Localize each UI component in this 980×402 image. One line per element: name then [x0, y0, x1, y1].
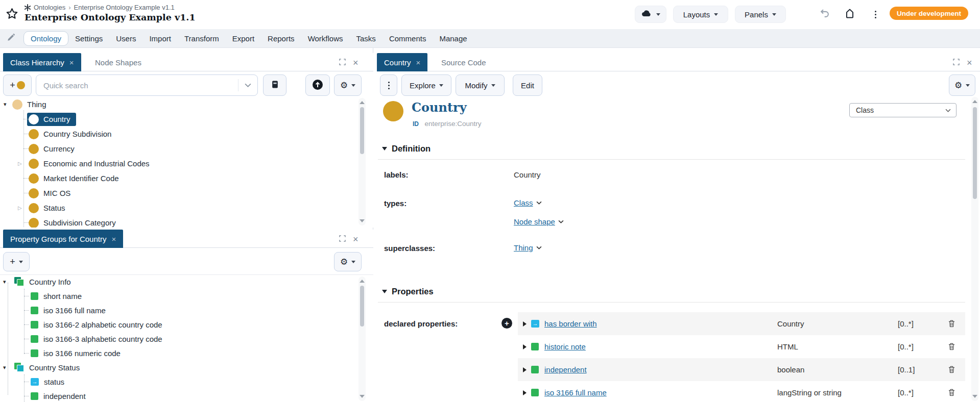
- panel-settings-button[interactable]: ⚙: [334, 74, 362, 96]
- tree-item-mic-os[interactable]: MIC OS: [0, 186, 362, 200]
- scrollbar-thumb[interactable]: [973, 107, 977, 199]
- close-panel-icon[interactable]: ×: [967, 59, 972, 66]
- cloud-menu-button[interactable]: [635, 6, 666, 23]
- tree-item-country-status[interactable]: ▾ Country Status: [0, 360, 362, 374]
- maximize-panel-icon[interactable]: [339, 235, 346, 244]
- properties-section-header[interactable]: Properties: [382, 287, 434, 296]
- close-tab-icon[interactable]: ×: [69, 59, 74, 66]
- tab-users[interactable]: Users: [109, 32, 142, 45]
- tree-item-subdivision-category[interactable]: Subdivision Category: [0, 215, 362, 228]
- tree-item-currency[interactable]: Currency: [0, 141, 362, 156]
- delete-property-button[interactable]: [948, 342, 955, 353]
- tab-import[interactable]: Import: [142, 32, 178, 45]
- scrollbar-down-button[interactable]: [358, 393, 366, 400]
- property-name-link[interactable]: historic note: [544, 342, 586, 351]
- maximize-panel-icon[interactable]: [953, 58, 960, 67]
- tree-item-country-info[interactable]: ▾ Country Info: [0, 274, 362, 289]
- entity-scrollbar[interactable]: [971, 97, 978, 401]
- close-tab-icon[interactable]: ×: [416, 59, 421, 66]
- add-class-button[interactable]: +: [3, 74, 32, 96]
- close-tab-icon[interactable]: ×: [111, 235, 116, 243]
- class-tree-scrollbar[interactable]: [358, 98, 366, 225]
- scrollbar-thumb[interactable]: [360, 286, 364, 326]
- superclass-link-thing[interactable]: Thing: [514, 243, 542, 253]
- tree-item-market-identifier-code[interactable]: Market Identifier Code: [0, 171, 362, 186]
- property-name-link[interactable]: iso 3166 full name: [544, 388, 607, 397]
- tree-item-iso-3166-full-name[interactable]: iso 3166 full name: [0, 303, 362, 317]
- tree-item-country[interactable]: Country: [0, 112, 362, 127]
- scrollbar-up-button[interactable]: [358, 99, 366, 106]
- more-options-button[interactable]: [866, 6, 885, 23]
- tree-item-independent-property[interactable]: independent: [0, 389, 362, 402]
- property-groups-scrollbar[interactable]: [358, 277, 366, 401]
- add-property-button[interactable]: +: [501, 318, 512, 329]
- expander-closed-icon[interactable]: [523, 390, 527, 395]
- expander-closed-icon[interactable]: ▷: [18, 205, 22, 211]
- scrollbar-up-button[interactable]: [971, 98, 978, 105]
- expander-closed-icon[interactable]: [523, 344, 527, 349]
- expander-closed-icon[interactable]: ▷: [18, 161, 22, 166]
- modify-button[interactable]: Modify: [456, 74, 505, 96]
- tab-transform[interactable]: Transform: [178, 32, 226, 45]
- layouts-button[interactable]: Layouts: [673, 6, 728, 23]
- expander-open-icon[interactable]: ▾: [4, 102, 7, 107]
- class-type-select[interactable]: Class: [849, 103, 957, 117]
- tab-comments[interactable]: Comments: [383, 32, 433, 45]
- tab-node-shapes[interactable]: Node Shapes: [88, 53, 149, 71]
- close-panel-icon[interactable]: ×: [353, 236, 358, 243]
- panel-settings-button[interactable]: ⚙: [949, 74, 975, 96]
- panel-settings-button[interactable]: ⚙: [334, 252, 362, 271]
- tab-class-hierarchy[interactable]: Class Hierarchy ×: [3, 53, 81, 71]
- tree-item-thing[interactable]: ▾ Thing: [0, 97, 362, 112]
- tree-item-status-property[interactable]: → status: [0, 374, 362, 389]
- tab-manage[interactable]: Manage: [433, 32, 473, 45]
- favorite-star-icon[interactable]: [5, 7, 19, 23]
- tree-item-status[interactable]: ▷ Status: [0, 200, 362, 215]
- tree-item-short-name[interactable]: short name: [0, 289, 362, 303]
- delete-property-button[interactable]: [948, 319, 955, 330]
- entity-more-button[interactable]: [380, 74, 397, 96]
- close-panel-icon[interactable]: ×: [353, 59, 358, 66]
- edit-button[interactable]: Edit: [513, 74, 542, 96]
- tab-export[interactable]: Export: [226, 32, 261, 45]
- tab-ontology[interactable]: Ontology: [23, 31, 68, 46]
- breadcrumb-ontologies-link[interactable]: Ontologies: [34, 4, 65, 11]
- expander-closed-icon[interactable]: [523, 367, 527, 372]
- tree-item-country-subdivision[interactable]: Country Subdivision: [0, 127, 362, 141]
- expander-open-icon[interactable]: ▾: [3, 279, 6, 285]
- add-property-group-button[interactable]: +: [3, 252, 30, 271]
- definition-section-header[interactable]: Definition: [382, 144, 431, 154]
- tab-property-groups[interactable]: Property Groups for Country ×: [3, 230, 123, 248]
- home-button[interactable]: [840, 6, 860, 23]
- search-input[interactable]: [36, 81, 238, 90]
- type-link-class[interactable]: Class: [514, 198, 542, 208]
- tree-item-iso-3166-3-code[interactable]: iso 3166-3 alphabetic country code: [0, 332, 362, 346]
- scrollbar-down-button[interactable]: [358, 217, 366, 224]
- focus-selected-button[interactable]: [305, 74, 330, 96]
- tab-workflows[interactable]: Workflows: [301, 32, 350, 45]
- panels-button[interactable]: Panels: [735, 6, 786, 23]
- tab-reports[interactable]: Reports: [261, 32, 301, 45]
- tab-country[interactable]: Country ×: [377, 53, 427, 71]
- chevron-down-icon[interactable]: [238, 83, 257, 87]
- property-name-link[interactable]: independent: [544, 365, 587, 374]
- delete-property-button[interactable]: [948, 388, 955, 399]
- tab-settings[interactable]: Settings: [68, 32, 109, 45]
- type-link-node-shape[interactable]: Node shape: [514, 217, 564, 227]
- scrollbar-thumb[interactable]: [360, 107, 364, 154]
- tree-item-economic-codes[interactable]: ▷ Economic and Industrial Codes: [0, 156, 362, 171]
- scrollbar-up-button[interactable]: [358, 278, 366, 285]
- explore-button[interactable]: Explore: [401, 74, 451, 96]
- tree-item-iso-3166-2-code[interactable]: iso 3166-2 alphabetic country code: [0, 317, 362, 332]
- expander-closed-icon[interactable]: [523, 321, 527, 326]
- tree-item-iso-3166-numeric-code[interactable]: iso 3166 numeric code: [0, 346, 362, 360]
- tab-source-code[interactable]: Source Code: [434, 53, 493, 71]
- maximize-panel-icon[interactable]: [339, 58, 346, 67]
- expander-open-icon[interactable]: ▾: [3, 365, 6, 370]
- dictionary-button[interactable]: [263, 74, 286, 96]
- property-name-link[interactable]: has border with: [544, 319, 597, 328]
- delete-property-button[interactable]: [948, 365, 955, 376]
- tab-tasks[interactable]: Tasks: [350, 32, 383, 45]
- undo-button[interactable]: [814, 6, 834, 23]
- scrollbar-down-button[interactable]: [971, 393, 978, 400]
